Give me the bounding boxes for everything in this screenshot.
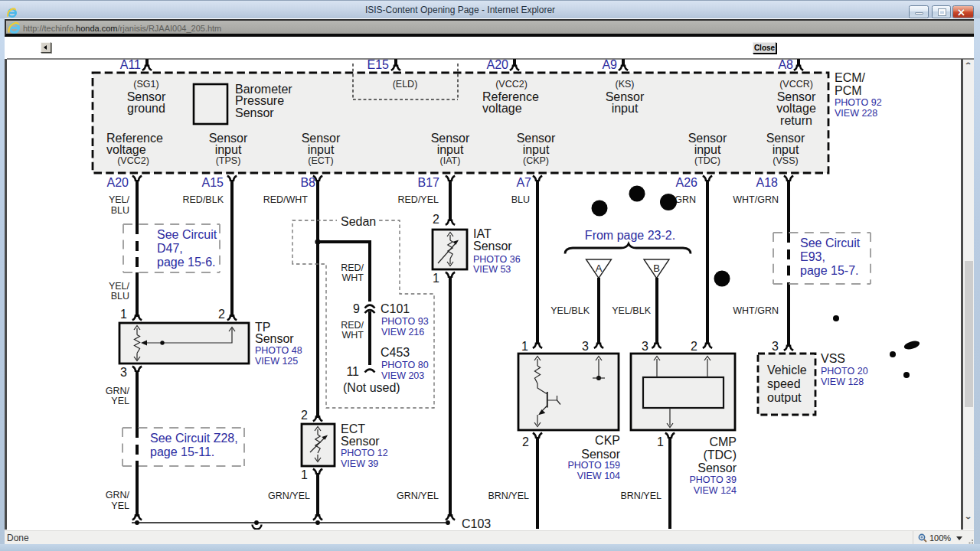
svg-text:C453: C453 (381, 346, 410, 359)
svg-text:VIEW 39: VIEW 39 (341, 458, 378, 469)
svg-text:Sensor: Sensor (688, 132, 727, 145)
svg-text:B: B (653, 262, 660, 274)
svg-text:GRN/YEL: GRN/YEL (397, 491, 439, 501)
svg-text:voltage: voltage (106, 143, 146, 156)
svg-text:A9: A9 (602, 59, 617, 71)
svg-text:A: A (596, 262, 603, 274)
svg-text:input: input (773, 143, 799, 156)
svg-text:WHT: WHT (342, 330, 364, 341)
svg-text:RED/BLK: RED/BLK (183, 194, 224, 205)
svg-text:2: 2 (301, 409, 308, 422)
svg-text:Sensor: Sensor (766, 132, 805, 145)
svg-text:A8: A8 (778, 59, 793, 71)
svg-text:Sensor: Sensor (341, 435, 380, 448)
svg-text:Sensor: Sensor (606, 90, 645, 103)
svg-text:BLU: BLU (511, 194, 530, 205)
svg-text:GRN: GRN (675, 194, 696, 205)
svg-text:3: 3 (582, 340, 589, 353)
svg-text:YEL/: YEL/ (109, 194, 130, 205)
svg-text:(VCC2): (VCC2) (495, 79, 528, 90)
svg-text:YEL/BLK: YEL/BLK (612, 305, 651, 316)
svg-text:(ECT): (ECT) (308, 155, 333, 166)
svg-text:GRN/: GRN/ (106, 386, 130, 396)
svg-text:ECT: ECT (341, 422, 365, 435)
svg-text:IAT: IAT (473, 227, 492, 240)
svg-text:PHOTO 80: PHOTO 80 (381, 360, 429, 370)
svg-text:A20: A20 (487, 59, 509, 71)
svg-text:VIEW 53: VIEW 53 (473, 264, 511, 275)
svg-text:PHOTO 93: PHOTO 93 (381, 316, 429, 327)
svg-text:WHT/GRN: WHT/GRN (733, 194, 779, 205)
svg-text:YEL: YEL (111, 500, 129, 511)
svg-text:11: 11 (346, 365, 359, 378)
svg-text:YEL/BLK: YEL/BLK (550, 305, 590, 316)
svg-text:GRN/YEL: GRN/YEL (268, 491, 310, 501)
svg-text:2: 2 (218, 308, 225, 321)
svg-text:C101: C101 (381, 302, 410, 315)
svg-text:return: return (780, 114, 812, 127)
svg-text:VIEW 128: VIEW 128 (821, 377, 864, 387)
svg-text:RED/YEL: RED/YEL (398, 194, 439, 205)
svg-text:Sensor: Sensor (302, 132, 341, 145)
svg-text:voltage: voltage (776, 102, 816, 115)
svg-text:1: 1 (120, 308, 127, 321)
svg-text:9: 9 (353, 302, 360, 315)
svg-text:YEL: YEL (111, 396, 129, 406)
svg-text:3: 3 (772, 340, 779, 353)
svg-text:page 15-6.: page 15-6. (157, 256, 216, 269)
svg-text:D47,: D47, (157, 242, 183, 255)
svg-text:WHT: WHT (342, 272, 364, 283)
svg-text:Sensor: Sensor (697, 461, 737, 474)
svg-text:E15: E15 (368, 59, 390, 71)
svg-text:See Circuit Z28,: See Circuit Z28, (150, 432, 238, 445)
svg-text:input: input (612, 102, 639, 115)
svg-text:RED/WHT: RED/WHT (263, 194, 309, 205)
svg-text:Pressure: Pressure (235, 94, 284, 107)
svg-text:input: input (694, 143, 721, 156)
svg-text:Reference: Reference (482, 90, 539, 103)
svg-text:1: 1 (521, 340, 528, 353)
svg-text:(VSS): (VSS) (773, 155, 798, 166)
svg-text:Sensor: Sensor (235, 106, 274, 119)
svg-text:BLU: BLU (111, 205, 129, 216)
svg-text:Sensor: Sensor (255, 332, 294, 345)
svg-text:VIEW 125: VIEW 125 (255, 356, 298, 367)
svg-text:(SG1): (SG1) (133, 79, 158, 90)
svg-text:(TDC): (TDC) (694, 155, 720, 166)
svg-text:A15: A15 (202, 176, 224, 189)
svg-text:Sensor: Sensor (473, 240, 512, 253)
svg-text:C103: C103 (462, 517, 491, 530)
svg-text:(TDC): (TDC) (703, 448, 737, 461)
svg-text:RED/: RED/ (341, 262, 364, 273)
svg-text:(IAT): (IAT) (440, 155, 461, 166)
svg-text:B8: B8 (300, 176, 315, 189)
svg-text:Sedan: Sedan (341, 215, 376, 228)
svg-text:From page 23-2.: From page 23-2. (585, 229, 675, 242)
svg-text:BLU: BLU (111, 291, 129, 302)
svg-text:E93,: E93, (800, 250, 825, 263)
svg-text:2: 2 (522, 435, 529, 448)
svg-text:PHOTO 20: PHOTO 20 (821, 366, 868, 377)
svg-text:voltage: voltage (482, 102, 522, 115)
svg-text:(CKP): (CKP) (523, 155, 549, 166)
svg-text:(Not used): (Not used) (343, 381, 400, 394)
svg-text:2: 2 (691, 340, 697, 353)
svg-text:2: 2 (433, 213, 439, 226)
svg-text:3: 3 (120, 366, 127, 379)
svg-text:ground: ground (127, 102, 165, 115)
svg-text:PHOTO 12: PHOTO 12 (341, 448, 388, 458)
svg-text:YEL/: YEL/ (109, 281, 130, 292)
svg-text:input: input (437, 143, 464, 156)
svg-text:Reference: Reference (106, 132, 163, 145)
svg-text:input: input (308, 143, 335, 156)
svg-text:VIEW 228: VIEW 228 (835, 108, 877, 119)
svg-text:VIEW 104: VIEW 104 (577, 471, 620, 481)
svg-text:(KS): (KS) (616, 79, 635, 90)
svg-text:(VCC2): (VCC2) (117, 155, 149, 166)
svg-text:input: input (215, 143, 242, 156)
svg-text:RED/: RED/ (341, 320, 364, 331)
svg-text:VIEW 216: VIEW 216 (381, 327, 424, 337)
svg-text:speed: speed (767, 377, 801, 390)
svg-text:VSS: VSS (821, 352, 845, 365)
svg-text:PHOTO 159: PHOTO 159 (567, 460, 620, 471)
